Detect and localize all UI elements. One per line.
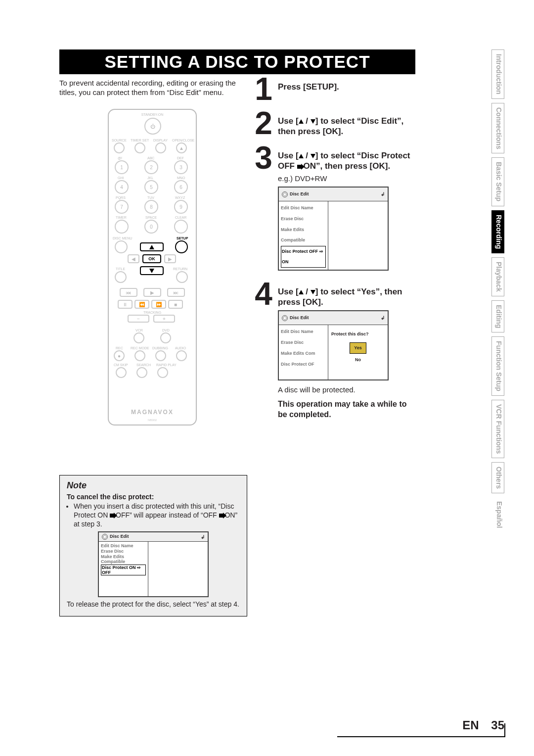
label-setup: SETUP	[177, 236, 188, 240]
step-number: 2	[252, 111, 275, 137]
label-standby: STANDBY-ON	[109, 113, 196, 116]
side-tab-function-setup: Function Setup	[491, 336, 504, 396]
remote-illustration: STANDBY-ON ⏻ SOURCE TIMER SET DISPLAY OP…	[108, 109, 197, 425]
down-button	[140, 266, 164, 275]
page-title: SETTING A DISC TO PROTECT	[59, 49, 415, 74]
search-button	[136, 367, 147, 378]
pause-button: ⏸	[118, 300, 133, 309]
note-subheading: To cancel the disc protect:	[67, 493, 240, 501]
dubbing-button	[155, 350, 166, 361]
num-0: 0	[144, 220, 158, 234]
remote-model: NB302	[109, 419, 196, 422]
side-tab-español: Español	[491, 497, 504, 532]
steps-list: 1 Press [SETUP]. 2 Use [ / ] to select “…	[252, 77, 415, 428]
osd-selected-item: Disc Protect ON ⇨ OFF	[101, 565, 146, 575]
rec-button: ●	[114, 350, 125, 361]
side-tab-playback: Playback	[491, 257, 504, 296]
tracking-plus: +	[153, 315, 175, 323]
setup-button	[175, 240, 188, 253]
standby-button: ⏻	[144, 118, 161, 135]
side-tab-connections: Connections	[491, 103, 504, 154]
step-number: 3	[252, 145, 275, 273]
label-tracking: TRACKING	[109, 311, 196, 314]
num-8: 8	[144, 200, 158, 214]
label-disc-menu: DISC MENU	[113, 236, 132, 240]
side-tab-recording: Recording	[491, 210, 504, 253]
footer-lang: EN	[462, 718, 479, 732]
step-1: 1 Press [SETUP].	[252, 77, 415, 102]
skip-next-button: ⏭	[167, 288, 185, 297]
disc-icon	[282, 191, 288, 197]
step-warning: This operation may take a while to be co…	[278, 399, 415, 420]
side-tab-basic-setup: Basic Setup	[491, 157, 504, 206]
return-icon: ↲	[381, 189, 385, 199]
step-text: Use [ / ] to select “Disc Edit”, then pr…	[278, 116, 403, 136]
side-tab-others: Others	[491, 462, 504, 493]
osd-note: Disc Edit↲ Edit Disc Name Erase Disc Mak…	[98, 531, 209, 597]
step-2: 2 Use [ / ] to select “Disc Edit”, then …	[252, 111, 415, 137]
return-button	[176, 271, 188, 283]
vcr-button	[134, 332, 144, 343]
num-3: 3	[174, 160, 188, 174]
label-source: SOURCE	[112, 139, 127, 142]
note-box: Note To cancel the disc protect: When yo…	[59, 475, 247, 616]
num-1: 1	[115, 160, 129, 174]
label-display: DISPLAY	[153, 139, 168, 142]
num-6: 6	[174, 180, 188, 194]
source-button	[114, 142, 125, 153]
step-text: Press [SETUP].	[278, 82, 339, 92]
step-number: 4	[252, 282, 275, 420]
up-button	[140, 242, 164, 251]
display-button	[155, 142, 166, 153]
dvd-button	[160, 332, 171, 343]
timerset-button	[134, 142, 145, 153]
recmode-button	[134, 350, 145, 361]
audio-button	[176, 350, 187, 361]
stop-button: ■	[168, 300, 183, 309]
label-title: TITLE	[116, 267, 125, 271]
step-text: Use [ / ] to select “Yes”, then press [O…	[278, 287, 402, 307]
play-button: ▶	[143, 288, 161, 297]
osd-disc-edit: Disc Edit↲ Edit Disc Name Erase Disc Mak…	[278, 187, 389, 271]
intro-text: To prevent accidental recording, editing…	[59, 78, 247, 97]
footer-rule	[337, 736, 505, 737]
num-4: 4	[115, 180, 129, 194]
right-button: ▶	[164, 254, 176, 263]
label-return: RETURN	[173, 267, 187, 271]
return-icon: ↲	[381, 313, 385, 323]
step-text: Use [ / ] to select “Disc Protect OFF ON…	[278, 151, 410, 171]
osd-disc-edit-confirm: Disc Edit↲ Edit Disc Name Erase Disc Mak…	[278, 310, 389, 380]
skip-prev-button: ⏮	[120, 288, 137, 297]
magnavox-logo: MAGNAVOX	[109, 409, 196, 416]
side-tab-introduction: Introduction	[491, 49, 504, 99]
label-dvd: DVD	[162, 329, 170, 332]
return-icon: ↲	[201, 534, 205, 540]
note-last-line: To release the protect for the disc, sel…	[67, 600, 240, 608]
rew-button: ⏪	[134, 300, 149, 309]
step-3: 3 Use [ / ] to select “Disc Protect OFF …	[252, 145, 415, 273]
num-9: 9	[174, 200, 188, 214]
title-button	[115, 271, 127, 283]
side-tabs: IntroductionConnectionsBasic SetupRecord…	[491, 49, 505, 532]
ok-button: OK	[142, 254, 161, 263]
osd-yes: Yes	[350, 342, 366, 354]
osd-question: Protect this disc?	[331, 329, 385, 339]
num-2: 2	[144, 160, 158, 174]
note-bullet: When you insert a disc protected with th…	[74, 502, 240, 528]
left-button: ◀	[128, 254, 139, 263]
side-tab-editing: Editing	[491, 300, 504, 332]
page-footer: EN 35	[462, 718, 504, 732]
step-subtext: e.g.) DVD+RW	[278, 173, 415, 184]
osd-selected-item: Disc Protect OFF ⇨ ON	[281, 246, 326, 268]
disc-menu-button	[115, 240, 128, 253]
label-timerset: TIMER SET	[131, 139, 149, 142]
timer-button	[115, 220, 129, 234]
footer-page: 35	[491, 718, 504, 732]
num-5: 5	[144, 180, 158, 194]
manual-page: SETTING A DISC TO PROTECT To prevent acc…	[0, 0, 534, 756]
clear-button	[174, 220, 188, 234]
cmskip-button	[116, 367, 127, 378]
ff-button: ⏩	[151, 300, 166, 309]
osd-no: No	[351, 355, 365, 365]
rapidplay-button	[157, 367, 168, 378]
